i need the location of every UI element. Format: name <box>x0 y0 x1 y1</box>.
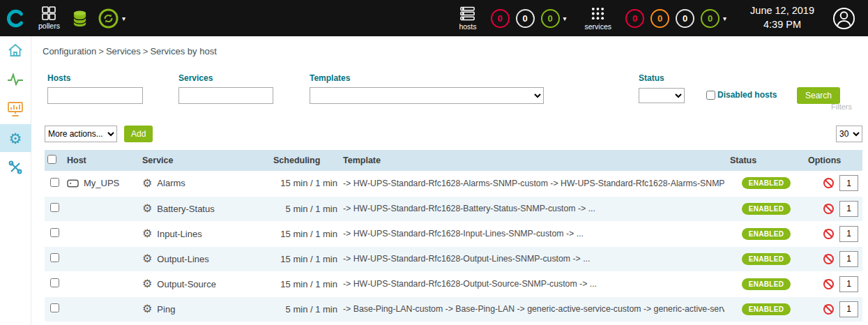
centreon-logo[interactable] <box>0 0 31 36</box>
database-status[interactable] <box>73 10 87 27</box>
template-chain: -> HW-UPS-Standard-Rfc1628-Alarms-SNMP-c… <box>343 179 724 188</box>
user-menu[interactable] <box>832 7 855 30</box>
export-configuration[interactable]: ▾ <box>98 8 125 29</box>
service-status-counter-critical[interactable]: 0 <box>625 9 644 28</box>
hosts-menu[interactable]: hosts <box>459 6 476 31</box>
host-status-counter-up[interactable]: 0 <box>541 9 560 28</box>
page-size-select[interactable]: 30 <box>836 126 862 142</box>
breadcrumb-item[interactable]: Services <box>106 46 141 56</box>
row-checkbox[interactable] <box>50 303 59 312</box>
service-link[interactable]: Output-Source <box>157 279 216 289</box>
disabled-hosts-filter[interactable]: Disabled hosts <box>706 90 777 100</box>
row-checkbox[interactable] <box>50 278 59 287</box>
service-link[interactable]: Ping <box>157 304 175 315</box>
options-count-input[interactable] <box>839 175 858 191</box>
status-badge: ENABLED <box>742 203 791 215</box>
configuration-icon: ⚙ <box>9 131 22 146</box>
header-host[interactable]: Host <box>64 150 139 171</box>
pollers-menu[interactable]: pollers <box>38 6 60 30</box>
scheduling-value: 5 min / 1 min <box>286 304 337 315</box>
row-checkbox[interactable] <box>50 178 59 187</box>
breadcrumb-item[interactable]: Configuration <box>43 46 96 56</box>
host-link[interactable]: My_UPS <box>84 178 119 188</box>
row-checkbox[interactable] <box>50 203 59 212</box>
options-count-input[interactable] <box>839 201 858 217</box>
filters-link[interactable]: Filters <box>831 103 852 111</box>
hosts-filter-label: Hosts <box>47 73 70 83</box>
status-badge: ENABLED <box>742 177 791 189</box>
logo-icon <box>6 9 25 28</box>
sidebar-item-reporting[interactable] <box>0 95 31 123</box>
table-row: ⚙ Ping 5 min / 1 min -> Base-Ping-LAN-cu… <box>45 296 862 322</box>
templates-filter-label: Templates <box>310 73 350 83</box>
status-badge: ENABLED <box>742 253 791 265</box>
sidebar-item-monitoring[interactable] <box>0 66 31 93</box>
service-gear-icon: ⚙ <box>142 303 152 315</box>
service-link[interactable]: Input-Lines <box>157 229 201 239</box>
database-icon <box>73 10 87 27</box>
service-status-counter-warning[interactable]: 0 <box>650 9 669 28</box>
breadcrumb-item[interactable]: Services by host <box>150 46 216 56</box>
chevron-down-icon[interactable]: ▾ <box>122 15 125 22</box>
no-entry-icon[interactable] <box>823 304 834 315</box>
header-status[interactable]: Status <box>727 150 805 171</box>
no-entry-icon[interactable] <box>823 254 834 264</box>
service-gear-icon: ⚙ <box>142 178 152 189</box>
hosts-filter-input[interactable] <box>47 87 143 104</box>
templates-filter-select[interactable] <box>310 87 544 104</box>
add-button[interactable]: Add <box>124 126 153 142</box>
sidebar-item-home[interactable] <box>0 36 31 64</box>
breadcrumb-separator: > <box>98 46 104 56</box>
options-count-input[interactable] <box>839 226 858 242</box>
row-checkbox[interactable] <box>50 253 59 262</box>
service-status-counters: 0000 <box>625 9 719 28</box>
no-entry-icon[interactable] <box>823 178 834 188</box>
service-status-counter-ok[interactable]: 0 <box>701 9 719 28</box>
table-row: ⚙ Output-Lines 15 min / 1 min -> HW-UPS-… <box>45 246 862 271</box>
search-button[interactable]: Search <box>797 87 840 104</box>
current-date: June 12, 2019 <box>750 4 814 18</box>
header-service[interactable]: Service <box>139 150 271 171</box>
services-filter-label: Services <box>178 73 213 83</box>
options-count-input[interactable] <box>839 301 858 317</box>
sync-icon <box>98 8 119 29</box>
status-badge: ENABLED <box>742 278 791 290</box>
hosts-label: hosts <box>459 22 476 31</box>
service-link[interactable]: Output-Lines <box>157 254 208 264</box>
scheduling-value: 15 min / 1 min <box>280 254 337 264</box>
disabled-hosts-checkbox[interactable] <box>706 91 715 100</box>
select-all-checkbox[interactable] <box>47 155 56 164</box>
chevron-down-icon[interactable]: ▾ <box>563 15 567 22</box>
services-filter-input[interactable] <box>178 87 273 104</box>
header-template[interactable]: Template <box>340 150 727 171</box>
service-status-counter-unknown[interactable]: 0 <box>676 9 694 28</box>
sidebar-item-administration[interactable] <box>0 153 31 181</box>
scheduling-value: 15 min / 1 min <box>280 229 337 239</box>
service-gear-icon: ⚙ <box>142 253 152 264</box>
host-status-counter-unreachable[interactable]: 0 <box>516 9 535 28</box>
row-checkbox[interactable] <box>50 228 59 237</box>
no-entry-icon[interactable] <box>823 279 834 289</box>
status-badge: ENABLED <box>742 228 791 240</box>
hosts-icon <box>459 6 475 21</box>
service-gear-icon: ⚙ <box>142 203 152 214</box>
more-actions-select[interactable]: More actions... <box>45 126 117 142</box>
home-icon <box>8 43 23 57</box>
service-link[interactable]: Alarms <box>157 178 185 188</box>
host-status-counter-down[interactable]: 0 <box>491 9 510 28</box>
header-scheduling[interactable]: Scheduling <box>271 150 340 171</box>
sidebar-item-configuration[interactable]: ⚙ <box>0 124 31 152</box>
current-time: 4:39 PM <box>750 18 814 32</box>
services-menu[interactable]: services <box>585 6 612 31</box>
monitoring-icon <box>7 73 24 86</box>
table-header-row: Host Service Scheduling Template Status … <box>45 150 862 171</box>
header-options: Options <box>805 150 862 171</box>
options-count-input[interactable] <box>839 276 858 292</box>
service-link[interactable]: Battery-Status <box>157 204 214 214</box>
no-entry-icon[interactable] <box>823 204 834 214</box>
chevron-down-icon[interactable]: ▾ <box>723 15 726 22</box>
options-count-input[interactable] <box>839 251 858 267</box>
status-filter-select[interactable] <box>639 88 685 103</box>
no-entry-icon[interactable] <box>823 229 834 239</box>
clock: June 12, 2019 4:39 PM <box>750 4 814 31</box>
